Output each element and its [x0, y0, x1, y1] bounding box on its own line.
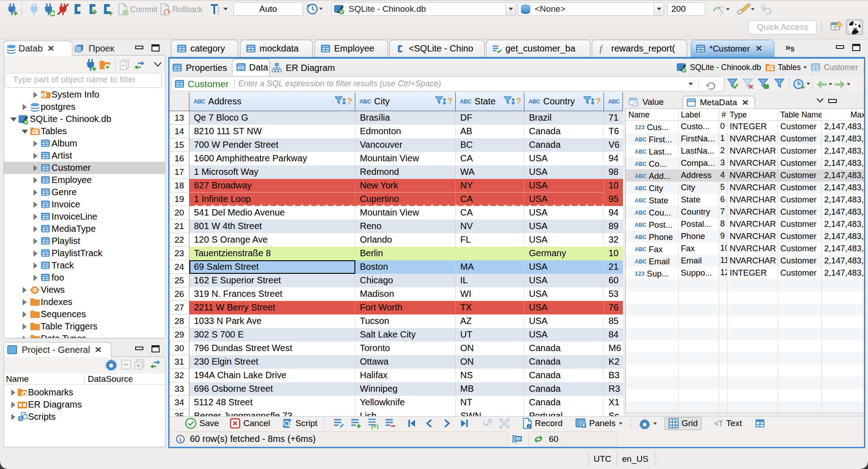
svg-text:(+): (+) [371, 423, 378, 429]
svg-text:<T: <T [714, 420, 723, 427]
svg-text:f: f [599, 44, 603, 54]
svg-text:i: i [528, 423, 530, 429]
svg-text:i: i [179, 436, 181, 443]
svg-text:i: i [43, 92, 45, 98]
svg-text:<>: <> [239, 66, 244, 71]
